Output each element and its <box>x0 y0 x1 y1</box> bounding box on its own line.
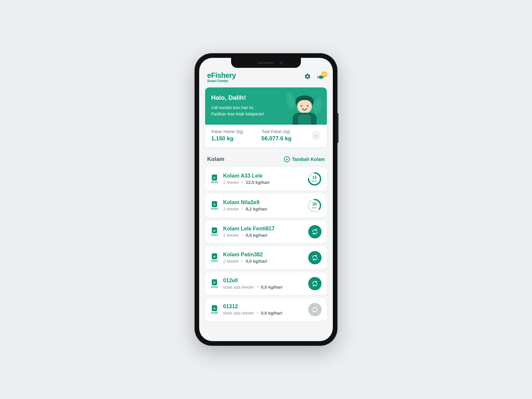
pond-feeder-count: 2 feeder <box>223 180 239 185</box>
pond-name: Kolam A33 Lele <box>223 173 303 179</box>
pond-name: 01312 <box>223 304 304 310</box>
notch <box>231 58 301 68</box>
feeder-icon: e <box>210 175 218 183</box>
total-feed-stat: Total Pakan (kg) 56,077.6 kg <box>261 129 305 142</box>
pond-info: Kolam A33 Lele 2 feeder • 12,5 kg/hari <box>223 173 303 185</box>
hero-card: Halo, Dalih! Cek kondisi ikan hari ini, … <box>205 87 327 147</box>
notification-badge: 10 <box>322 71 327 77</box>
pond-feeder-count: 1 feeder <box>223 233 239 238</box>
stats-detail-button[interactable]: › <box>312 131 321 140</box>
pond-info: Kolam Lele Fenti817 1 feeder • 0,0 kg/ha… <box>223 226 304 238</box>
add-pond-label: Tambah Kolam <box>292 157 325 162</box>
pond-name: Kolam Nila2e9 <box>223 200 303 205</box>
pond-feed-rate: 0,0 kg/hari <box>246 259 267 264</box>
pond-feed-rate: 0,0 kg/hari <box>261 285 282 290</box>
timer-unit: Men <box>312 206 317 209</box>
pond-info: 012e0 tidak ada feeder • 0,0 kg/hari <box>223 278 304 290</box>
settings-button[interactable] <box>304 73 311 81</box>
pond-info: Kolam Nila2e9 2 feeder • 8,2 kg/hari <box>223 200 303 211</box>
pond-feed-rate: 12,5 kg/hari <box>246 180 270 185</box>
app-logo: eFishery Smart Feeder <box>207 71 236 83</box>
pond-feed-rate: 0,0 kg/hari <box>246 233 267 238</box>
pond-card[interactable]: e 012e0 tidak ada feeder • 0,0 kg/hari <box>205 272 327 295</box>
timer-unit: Men <box>312 180 317 183</box>
chevron-right-icon: › <box>316 133 317 138</box>
logo-subtitle: Smart Feeder <box>207 79 236 83</box>
total-feed-value: 56,077.6 kg <box>261 135 305 142</box>
farmer-illustration <box>286 90 323 125</box>
screen: eFishery Smart Feeder 10 Halo, Dalih! <box>199 58 333 341</box>
hero-greeting: Halo, Dalih! Cek kondisi ikan hari ini, … <box>205 87 327 125</box>
sync-icon <box>312 280 318 287</box>
topbar: eFishery Smart Feeder 10 <box>205 68 327 87</box>
pond-name: Kolam Lele Fenti817 <box>223 226 304 232</box>
feeder-icon: e <box>210 279 218 288</box>
total-feed-label: Total Pakan (kg) <box>261 129 305 134</box>
pond-list: e Kolam A33 Lele 2 feeder • 12,5 kg/hari… <box>205 167 327 321</box>
pond-feeder-count: 2 feeder <box>223 259 239 264</box>
feeder-icon: e <box>210 227 218 236</box>
pond-feeder-count: tidak ada feeder <box>223 285 254 290</box>
pond-name: Kolam Patin382 <box>223 252 304 258</box>
logo-text: eFishery <box>207 71 236 80</box>
pond-card[interactable]: e Kolam Lele Fenti817 1 feeder • 0,0 kg/… <box>205 220 327 243</box>
pond-card[interactable]: e 01312 tidak ada feeder • 0,0 kg/hari <box>205 298 327 321</box>
add-pond-button[interactable]: + Tambah Kolam <box>284 156 325 162</box>
pond-info: Kolam Patin382 2 feeder • 0,0 kg/hari <box>223 252 304 264</box>
sync-icon <box>312 254 318 261</box>
pond-info: 01312 tidak ada feeder • 0,0 kg/hari <box>223 304 304 316</box>
gear-icon <box>304 73 311 80</box>
pond-card[interactable]: e Kolam Nila2e9 2 feeder • 8,2 kg/hari 3… <box>205 194 327 217</box>
notifications-button[interactable]: 10 <box>317 74 325 80</box>
pond-card[interactable]: e Kolam A33 Lele 2 feeder • 12,5 kg/hari… <box>205 167 327 191</box>
pond-feeder-count: 2 feeder <box>223 206 239 211</box>
timer-ring: 30Men <box>308 199 322 212</box>
app-content: eFishery Smart Feeder 10 Halo, Dalih! <box>199 58 333 341</box>
daily-feed-stat: Pakan Harian (kg) 1,150 kg <box>211 129 255 142</box>
pond-section-header: Kolam + Tambah Kolam <box>207 156 325 163</box>
pond-feeder-count: tidak ada feeder <box>223 311 254 316</box>
pond-feed-rate: 0,0 kg/hari <box>261 311 282 316</box>
daily-feed-value: 1,150 kg <box>211 135 255 142</box>
timer-value: 30 <box>312 202 317 206</box>
pond-card[interactable]: e Kolam Patin382 2 feeder • 0,0 kg/hari <box>205 246 327 269</box>
sync-button <box>308 303 322 316</box>
sync-icon <box>312 306 318 313</box>
sync-button[interactable] <box>308 277 322 290</box>
feeder-icon: e <box>210 305 218 314</box>
plus-circle-icon: + <box>284 156 290 162</box>
pond-name: 012e0 <box>223 278 304 284</box>
sync-button[interactable] <box>308 251 322 264</box>
timer-value: 15 <box>312 176 317 180</box>
feeder-icon: e <box>210 201 218 210</box>
feeder-icon: e <box>210 253 218 262</box>
sync-icon <box>312 228 318 235</box>
pond-feed-rate: 8,2 kg/hari <box>246 206 267 211</box>
timer-ring: 15Men <box>308 172 322 186</box>
stats-row: Pakan Harian (kg) 1,150 kg Total Pakan (… <box>205 125 327 147</box>
daily-feed-label: Pakan Harian (kg) <box>211 129 255 134</box>
sync-button[interactable] <box>308 225 322 238</box>
phone-frame: eFishery Smart Feeder 10 Halo, Dalih! <box>195 53 337 346</box>
section-title: Kolam <box>207 156 224 163</box>
